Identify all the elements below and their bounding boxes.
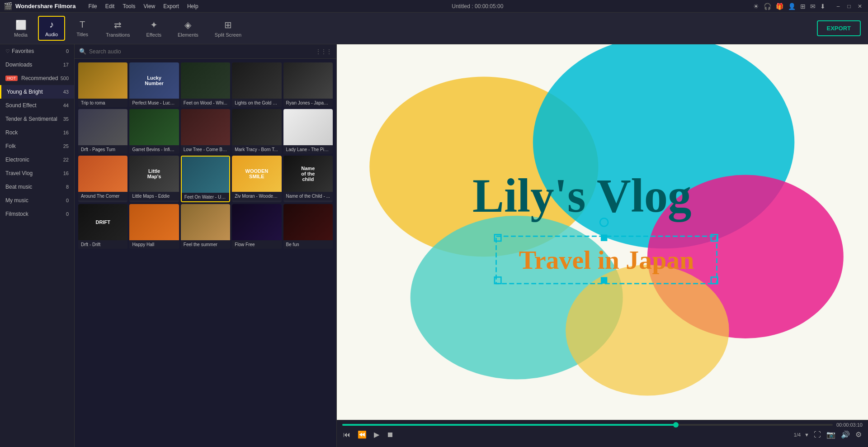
sidebar-item-electronic[interactable]: Electronic 22 [0, 153, 74, 166]
audio-card-lights_gold[interactable]: ⬇Lights on the Gold S... [232, 62, 281, 107]
card-title-be_fun: Be fun [283, 240, 333, 249]
audio-card-feet_wood[interactable]: ⬇Feet on Wood - Whi... [181, 62, 230, 107]
window-title: Untitled : 00:00:05:00 [452, 3, 503, 10]
card-title-feel_summer: Feel the summer [181, 240, 230, 249]
export-button[interactable]: EXPORT [817, 20, 861, 36]
menu-view[interactable]: View [140, 2, 159, 10]
gift-icon[interactable]: 🎁 [776, 3, 783, 10]
audio-card-name_child[interactable]: Name of the child⬇Name of the Child - ..… [283, 156, 333, 202]
grid-options-icon[interactable]: ⋮⋮⋮ [316, 48, 332, 55]
sidebar-item-my-music[interactable]: My music 0 [0, 194, 74, 207]
sidebar-recommended-count: 500 [61, 76, 69, 81]
search-input[interactable] [89, 48, 313, 55]
sidebar-item-tender[interactable]: Tender & Sentimental 35 [0, 112, 74, 126]
sidebar-item-folk[interactable]: Folk 25 [0, 139, 74, 153]
sidebar-item-favorites[interactable]: ♡ Favorites 0 [0, 44, 74, 58]
sidebar-item-beat-music[interactable]: Beat music 8 [0, 180, 74, 194]
audio-card-garret_bevins[interactable]: ⬇Garret Bevins - Infinit... [129, 109, 179, 154]
tool-transitions[interactable]: ⇄ Transitions [99, 17, 136, 40]
preview-svg: Lily's Vlog Travel in Japan [337, 44, 868, 420]
mail-icon[interactable]: ✉ [810, 3, 816, 10]
minimize-button[interactable]: – [834, 2, 843, 11]
grid-icon[interactable]: ⊞ [800, 3, 806, 10]
fullscreen-button[interactable]: ⛶ [813, 430, 822, 440]
resolution-selector[interactable]: ▼ [804, 432, 809, 437]
sidebar-tender-label: Tender & Sentimental [5, 116, 57, 122]
progress-handle[interactable] [673, 422, 679, 428]
sidebar-tender-count: 35 [63, 116, 69, 122]
card-thumb-lady_lane: ⬇ [283, 109, 333, 145]
audio-card-drft_drift[interactable]: DRIFT⬇Drft - Drift [78, 204, 127, 249]
audio-card-little_maps[interactable]: Little Map's⬇Little Maps - Eddie [129, 156, 179, 202]
menu-help[interactable]: Help [184, 2, 202, 10]
sidebar-item-sound-effect[interactable]: Sound Effect 44 [0, 99, 74, 112]
prev-frame-button[interactable]: ⏪ [357, 429, 368, 440]
play-button[interactable]: ▶ [373, 429, 380, 440]
sidebar-travel-vlog-label: Travel Vlog [5, 170, 33, 176]
tool-effects[interactable]: ✦ Effects [140, 17, 168, 40]
audio-card-mark_tracy[interactable]: ⬇Mark Tracy - Born T... [232, 109, 281, 154]
card-thumb-drift_pages: ⬇ [78, 109, 127, 145]
card-title-ryan_jones: Ryan Jones - Japanka [283, 99, 333, 107]
sidebar-item-travel-vlog[interactable]: Travel Vlog 16 [0, 166, 74, 180]
audio-card-ryan_jones[interactable]: ⬇Ryan Jones - Japanka [283, 62, 333, 107]
tool-elements[interactable]: ◈ Elements [171, 17, 205, 40]
volume-button[interactable]: 🔊 [840, 429, 851, 440]
sidebar-item-young-bright[interactable]: Young & Bright 43 [0, 85, 74, 99]
sidebar-beat-music-label: Beat music [5, 184, 32, 190]
skip-back-button[interactable]: ⏮ [342, 430, 351, 440]
sidebar-sound-effect-count: 44 [63, 103, 69, 108]
menu-file[interactable]: File [85, 2, 100, 10]
sidebar-young-bright-label: Young & Bright [7, 89, 43, 95]
audio-card-be_fun[interactable]: ⬇Be fun [283, 204, 333, 249]
audio-card-feel_summer[interactable]: ⬇Feel the summer [181, 204, 230, 249]
audio-card-feet_water[interactable]: ⬇Feet On Water - Une... [181, 156, 230, 202]
tool-elements-label: Elements [178, 32, 198, 38]
sidebar-item-recommended[interactable]: HOT Recommended 500 [0, 71, 74, 85]
settings-button[interactable]: ⚙ [854, 429, 863, 440]
sidebar-electronic-count: 22 [63, 157, 69, 162]
sidebar-item-rock[interactable]: Rock 16 [0, 126, 74, 139]
menu-tools[interactable]: Tools [119, 2, 139, 10]
tool-media[interactable]: ⬜ Media [7, 17, 34, 40]
card-title-low_tree: Low Tree - Come Ba... [181, 145, 230, 154]
tool-effects-label: Effects [146, 32, 161, 38]
sidebar-item-filmstock[interactable]: Filmstock 0 [0, 207, 74, 221]
audio-card-perfect_muse[interactable]: Lucky Number⬇Perfect Muse - Lucky... [129, 62, 179, 107]
card-title-little_maps: Little Maps - Eddie [129, 192, 179, 200]
card-thumb-perfect_muse: Lucky Number⬇ [129, 62, 179, 99]
card-title-around_corner: Around The Corner [78, 192, 127, 200]
audio-card-drift_pages[interactable]: ⬇Drft - Pages Turn [78, 109, 127, 154]
card-thumb-little_maps: Little Map's⬇ [129, 156, 179, 192]
preview-canvas: Lily's Vlog Travel in Japan [337, 44, 868, 420]
favorites-icon: ♡ [5, 48, 10, 54]
sun-icon[interactable]: ☀ [753, 3, 759, 10]
camera-button[interactable]: 📷 [826, 429, 836, 440]
sidebar-travel-vlog-count: 16 [63, 171, 69, 176]
download-icon[interactable]: ⬇ [820, 3, 826, 10]
audio-card-happy_hall[interactable]: ⬇Happy Hall [129, 204, 179, 249]
audio-card-flow_free[interactable]: ⬇Flow Free [232, 204, 281, 249]
sidebar-item-downloads[interactable]: Downloads 17 [0, 58, 74, 71]
headphone-icon[interactable]: 🎧 [764, 3, 771, 10]
card-thumb-mark_tracy: ⬇ [232, 109, 281, 145]
audio-card-trip_roma[interactable]: ⬇Trip to roma [78, 62, 127, 107]
tool-titles[interactable]: T Titles [69, 17, 96, 40]
close-button[interactable]: ✕ [855, 2, 864, 11]
audio-card-lady_lane[interactable]: ⬇Lady Lane - The Pink... [283, 109, 333, 154]
sidebar-young-bright-count: 43 [63, 89, 69, 95]
menu-export[interactable]: Export [160, 2, 183, 10]
svg-text:Travel in Japan: Travel in Japan [519, 245, 694, 275]
controls-row: ⏮ ⏪ ▶ ⏹ 1/4 ▼ ⛶ 📷 🔊 ⚙ [342, 429, 863, 440]
audio-card-low_tree[interactable]: ⬇Low Tree - Come Ba... [181, 109, 230, 154]
progress-track[interactable] [342, 424, 833, 426]
tool-split-screen[interactable]: ⊞ Split Screen [208, 17, 248, 40]
tool-audio[interactable]: ♪ Audio [38, 16, 65, 41]
stop-button[interactable]: ⏹ [386, 430, 395, 440]
user-icon[interactable]: 👤 [788, 3, 796, 10]
sidebar-my-music-label: My music [5, 197, 28, 204]
menu-edit[interactable]: Edit [102, 2, 118, 10]
audio-card-around_corner[interactable]: ⬇Around The Corner [78, 156, 127, 202]
maximize-button[interactable]: □ [844, 2, 854, 11]
audio-card-wooden_smile[interactable]: WOODEN SMILE⬇Ziv Moran - Wooden ... [232, 156, 281, 202]
